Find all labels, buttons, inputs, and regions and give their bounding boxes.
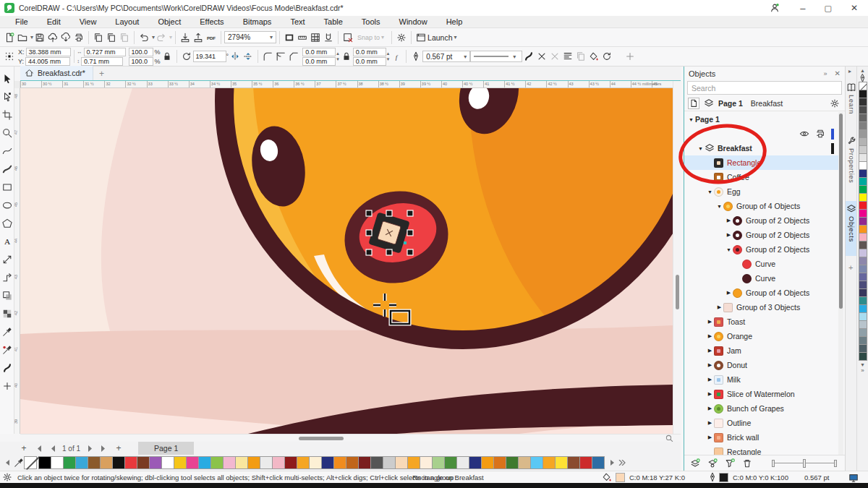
objects-search-input[interactable]: Search xyxy=(687,81,842,95)
publish-pdf-icon[interactable]: PDF xyxy=(205,31,218,44)
tree-item-bunch-of-grapes[interactable]: ▶Bunch of Grapes xyxy=(684,401,838,416)
palette-swatch-2[interactable] xyxy=(63,456,76,469)
right-palette-swatch-33[interactable] xyxy=(859,352,867,361)
text-tool[interactable]: A xyxy=(1,232,14,250)
launch-label[interactable]: Launch xyxy=(427,33,452,42)
fill-color-swatch[interactable] xyxy=(616,473,625,482)
upload-cloud-icon[interactable] xyxy=(46,31,59,44)
palette-swatch-8[interactable] xyxy=(137,456,150,469)
expander-icon[interactable]: ▶ xyxy=(715,304,723,310)
tree-item-egg[interactable]: ▼Egg xyxy=(684,184,838,199)
outline-color-swatch[interactable] xyxy=(719,473,728,482)
palette-scroll-left[interactable] xyxy=(3,458,13,467)
add-tool-button[interactable] xyxy=(1,377,14,395)
expander-icon[interactable]: ▼ xyxy=(697,146,705,151)
vertical-ruler[interactable]: 48474645444342414039 xyxy=(14,88,20,434)
tree-item-curve[interactable]: Curve xyxy=(684,271,838,286)
palette-swatch-30[interactable] xyxy=(407,456,420,469)
docker-collapse-icon[interactable]: » xyxy=(824,70,827,77)
scale-v-field[interactable]: 100.0 xyxy=(129,57,153,66)
palette-swatch-14[interactable] xyxy=(210,456,224,469)
palette-swatch-39[interactable] xyxy=(518,456,531,469)
menu-edit[interactable]: Edit xyxy=(38,17,70,26)
palette-swatch-37[interactable] xyxy=(493,456,506,469)
tree-item-toast[interactable]: ▶Toast xyxy=(684,314,838,329)
expander-icon[interactable]: ▼ xyxy=(715,204,723,209)
tab-objects[interactable]: Objects xyxy=(846,201,857,256)
expander-icon[interactable]: ▶ xyxy=(706,420,714,426)
palette-swatch-7[interactable] xyxy=(124,456,137,469)
menu-view[interactable]: View xyxy=(70,17,106,26)
palette-swatch-29[interactable] xyxy=(395,456,408,469)
connector-tool[interactable] xyxy=(1,268,14,286)
palette-swatch-12[interactable] xyxy=(186,456,199,469)
tree-item-coffee[interactable]: Coffee xyxy=(684,170,838,184)
palette-swatch-24[interactable] xyxy=(333,456,346,469)
expander-icon[interactable]: ▶ xyxy=(706,319,714,325)
line-style-combobox[interactable]: ▾ xyxy=(470,51,522,62)
drop-shadow-tool[interactable] xyxy=(1,286,14,304)
menu-text[interactable]: Text xyxy=(281,17,314,26)
chamfered-corner-icon[interactable] xyxy=(287,50,300,63)
palette-swatch-43[interactable] xyxy=(567,456,580,469)
tree-item-brick-wall[interactable]: ▶Brick wall xyxy=(684,430,838,445)
menu-layout[interactable]: Layout xyxy=(106,17,148,26)
corner-radius-tr-field[interactable]: 0.0 mm xyxy=(353,48,386,56)
mirror-horizontal-icon[interactable] xyxy=(229,50,242,63)
attributes-eyedropper-tool[interactable] xyxy=(1,341,14,359)
expander-icon[interactable]: ▶ xyxy=(706,435,714,440)
expander-icon[interactable]: ▶ xyxy=(706,406,714,411)
corner-radius-tl-field[interactable]: 0.0 mm xyxy=(302,48,336,56)
new-master-layer-icon[interactable] xyxy=(706,457,719,470)
launch-icon[interactable] xyxy=(414,31,427,44)
palette-swatch-16[interactable] xyxy=(235,456,248,469)
palette-swatch-10[interactable] xyxy=(161,456,174,469)
palette-swatch-36[interactable] xyxy=(481,456,494,469)
customize-plus-icon[interactable] xyxy=(624,50,637,63)
color-proof-monitor-icon[interactable] xyxy=(848,472,859,483)
tree-item-jam[interactable]: ▶Jam xyxy=(684,343,838,358)
artistic-media-tool[interactable] xyxy=(1,160,14,178)
tree-item-group-of-4-objects[interactable]: ▶Group of 4 Objects xyxy=(684,286,838,300)
dimension-tool[interactable] xyxy=(1,250,14,268)
effect-1-icon[interactable] xyxy=(574,50,587,63)
objects-scrollbar-thumb[interactable] xyxy=(839,114,843,309)
maximize-button[interactable]: ▢ xyxy=(825,4,832,13)
right-no-color-swatch[interactable] xyxy=(859,82,867,90)
objects-scrollbar[interactable] xyxy=(838,112,843,455)
tab-properties[interactable]: Properties xyxy=(846,133,857,194)
menu-window[interactable]: Window xyxy=(390,17,437,26)
layer-print-icon[interactable] xyxy=(815,129,825,139)
snap-icon[interactable] xyxy=(322,31,335,44)
palette-swatch-4[interactable] xyxy=(88,456,101,469)
outline-width-combobox[interactable]: 0.567 pt▾ xyxy=(422,51,470,62)
palette-swatch-6[interactable] xyxy=(112,456,125,469)
mirror-vertical-icon[interactable] xyxy=(242,50,255,63)
expander-icon[interactable]: ▶ xyxy=(725,290,733,296)
open-document-icon[interactable] xyxy=(16,31,29,44)
layers-view-icon[interactable] xyxy=(703,98,715,109)
tree-item-curve[interactable]: Curve xyxy=(684,257,838,271)
options-gear-icon[interactable] xyxy=(395,31,408,44)
tree-item-breakfast[interactable]: ▼Breakfast xyxy=(684,141,838,155)
tree-item-group-of-2-objects[interactable]: ▶Group of 2 Objects xyxy=(684,228,838,242)
x-position-field[interactable]: 38.388 mm xyxy=(26,48,71,56)
zoom-corner-icon[interactable] xyxy=(665,435,674,442)
lock-ratio-icon[interactable] xyxy=(161,50,174,63)
right-palette-expand-icon[interactable]: » xyxy=(861,367,864,374)
duplicate-icon[interactable] xyxy=(105,31,118,44)
new-layer-icon[interactable] xyxy=(689,457,702,470)
palette-swatch-1[interactable] xyxy=(51,456,64,469)
copy-icon[interactable] xyxy=(92,31,105,44)
palette-swatch-21[interactable] xyxy=(297,456,310,469)
launch-caret[interactable]: ▾ xyxy=(454,34,457,40)
palette-swatch-0[interactable] xyxy=(38,456,51,469)
palette-swatch-9[interactable] xyxy=(149,456,162,469)
show-grid-icon[interactable] xyxy=(309,31,322,44)
refresh-icon[interactable] xyxy=(600,50,613,63)
tree-item-milk[interactable]: ▶Milk xyxy=(684,372,838,387)
new-tab-button[interactable]: + xyxy=(99,69,104,80)
palette-swatch-31[interactable] xyxy=(420,456,433,469)
tree-item-rectangle[interactable]: Rectangle xyxy=(684,155,838,170)
text-wrap-icon[interactable] xyxy=(561,50,574,63)
